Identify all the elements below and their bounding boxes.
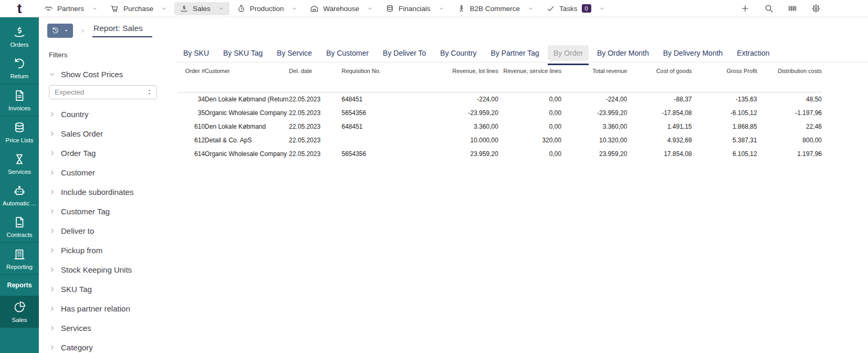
tab-by-customer[interactable]: By Customer — [320, 45, 374, 61]
pie-chart-icon — [13, 300, 26, 314]
search-icon[interactable] — [764, 4, 773, 13]
barcode-icon[interactable] — [788, 4, 797, 13]
col-order[interactable]: Order # — [177, 63, 205, 77]
table-row[interactable]: 614Organic Wholesale Company22.05.202356… — [177, 147, 822, 161]
table-row[interactable]: 35Organic Wholesale Company (Retu...22.0… — [177, 106, 822, 120]
col-requisition-no[interactable]: Requisition No. — [341, 63, 420, 77]
sidebar-item-label-sales: Sales — [12, 317, 27, 323]
table-row[interactable]: 610Den Lokale Købmand22.05.20236484513.3… — [177, 120, 822, 133]
cell-gross-profit: -6.105,12 — [692, 106, 757, 120]
filter-item-sales-order[interactable]: Sales Order — [49, 129, 168, 138]
sidebar-item-reporting[interactable]: Reporting — [0, 243, 39, 274]
sidebar-item-automatic[interactable]: Automatic ... — [0, 179, 39, 211]
filters-title: Filters — [49, 51, 168, 59]
table-spacer-cell — [177, 77, 822, 92]
cell-total-revenue: 10.320,00 — [561, 133, 627, 147]
filter-item-sku-tag[interactable]: SKU Tag — [49, 285, 168, 294]
cell-order: 35 — [177, 106, 205, 120]
page-title[interactable]: Report: Sales — [92, 24, 152, 37]
cell-distribution-costs: 1.197,96 — [757, 147, 822, 161]
filter-item-pickup-from[interactable]: Pickup from — [49, 246, 168, 255]
filter-item-label-sku-tag: SKU Tag — [61, 285, 92, 294]
filter-item-category[interactable]: Category — [49, 343, 168, 352]
nav-item-b2b-commerce[interactable]: B2B Commerce — [452, 2, 539, 15]
sidebar-item-label-orders: Orders — [10, 41, 28, 48]
filter-item-stock-keeping-units[interactable]: Stock Keeping Units — [49, 265, 168, 274]
cell-revenue-lot-lines: -224,00 — [421, 92, 498, 106]
tasks-count-badge: 0 — [582, 4, 591, 13]
col-distribution-costs[interactable]: Distribution costs — [757, 63, 822, 77]
filter-item-customer-tag[interactable]: Customer Tag — [49, 207, 168, 216]
nav-item-production[interactable]: Production — [232, 2, 303, 15]
table-row[interactable]: 612Detail & Co. ApS22.05.202310.000,0032… — [177, 133, 822, 147]
cart-icon — [110, 4, 119, 13]
tab-extraction[interactable]: Extraction — [731, 45, 775, 61]
cell-del-date: 22.05.2023 — [289, 106, 341, 120]
filter-item-include-subordinates[interactable]: Include subordinates — [49, 188, 168, 196]
tab-by-delivery-month[interactable]: By Delivery Month — [657, 45, 729, 61]
sidebar-item-price-lists[interactable]: Price Lists — [0, 116, 39, 148]
hand-dollar-icon — [13, 25, 26, 39]
building-icon — [13, 247, 26, 261]
coins-icon — [13, 121, 26, 134]
nav-item-label-purchase: Purchase — [123, 5, 153, 13]
filter-item-country[interactable]: Country — [49, 110, 168, 119]
settings-icon[interactable] — [811, 4, 821, 13]
cell-requisition-no: 5654356 — [341, 147, 420, 161]
nav-item-partners[interactable]: Partners — [39, 2, 103, 15]
filter-item-customer[interactable]: Customer — [49, 168, 168, 177]
filter-item-deliver-to[interactable]: Deliver to — [49, 226, 168, 235]
app-body: OrdersReturnInvoicesPrice ListsServicesA… — [0, 17, 868, 353]
sidebar-item-contracts[interactable]: Contracts — [0, 211, 39, 242]
history-icon — [51, 26, 60, 35]
cell-gross-profit: 6.105,12 — [692, 147, 757, 161]
tab-by-service[interactable]: By Service — [271, 45, 318, 61]
filter-section-show-cost-prices[interactable]: Show Cost Prices — [49, 70, 168, 79]
cell-revenue-service-lines: 0,00 — [498, 106, 561, 120]
cell-del-date: 22.05.2023 — [289, 120, 341, 133]
sidebar-item-return[interactable]: Return — [0, 52, 39, 84]
sidebar-item-orders[interactable]: Orders — [0, 20, 39, 52]
tab-by-order[interactable]: By Order — [548, 45, 589, 61]
robot-icon — [13, 184, 26, 198]
filters-panel: Filters Show Cost Prices Expected Countr… — [39, 44, 168, 353]
cell-revenue-lot-lines: 23.959,20 — [421, 147, 498, 161]
cell-revenue-service-lines: 0,00 — [498, 147, 561, 161]
tab-by-country[interactable]: By Country — [434, 45, 482, 61]
cell-revenue-lot-lines: -23.959,20 — [421, 106, 498, 120]
nav-item-tasks[interactable]: Tasks0 — [541, 2, 610, 15]
nav-item-label-production: Production — [250, 5, 284, 13]
filter-item-order-tag[interactable]: Order Tag — [49, 149, 168, 158]
plus-icon[interactable] — [740, 4, 750, 13]
nav-item-purchase[interactable]: Purchase — [105, 2, 172, 15]
tab-by-sku[interactable]: By SKU — [177, 45, 215, 61]
table-row[interactable]: 34Den Lokale Købmand (Return Order)22.05… — [177, 92, 822, 106]
app-logo[interactable]: t — [0, 1, 39, 16]
sidebar-item-services[interactable]: Services — [0, 148, 39, 179]
chevron-right-icon — [49, 247, 56, 254]
filter-list: CountrySales OrderOrder TagCustomerInclu… — [49, 110, 168, 352]
col-customer[interactable]: Customer — [205, 63, 289, 77]
tab-by-sku-tag[interactable]: By SKU Tag — [217, 45, 268, 61]
nav-item-warehouse[interactable]: Warehouse — [305, 2, 378, 15]
table-header-row: Order #CustomerDel. dateRequisition No.R… — [177, 63, 822, 77]
history-button[interactable] — [47, 24, 73, 38]
filter-item-has-partner-relation[interactable]: Has partner relation — [49, 304, 168, 313]
sidebar-item-invoices[interactable]: Invoices — [0, 84, 39, 116]
tab-by-deliver-to[interactable]: By Deliver To — [377, 45, 432, 61]
chevron-down-icon — [599, 6, 605, 12]
filter-item-services[interactable]: Services — [49, 324, 168, 333]
col-revenue-lot-lines[interactable]: Revenue, lot lines — [421, 63, 498, 77]
col-gross-profit[interactable]: Gross Profit — [692, 63, 757, 77]
nav-item-financials[interactable]: Financials — [380, 2, 449, 15]
check-icon — [546, 4, 555, 13]
cost-prices-select[interactable]: Expected — [49, 85, 157, 99]
nav-item-sales[interactable]: Sales — [174, 2, 229, 15]
tab-by-partner-tag[interactable]: By Partner Tag — [485, 45, 545, 61]
tab-by-order-month[interactable]: By Order Month — [591, 45, 655, 61]
col-cost-of-goods[interactable]: Cost of goods — [627, 63, 692, 77]
col-del-date[interactable]: Del. date — [289, 63, 341, 77]
chevron-right-icon — [80, 28, 86, 34]
sidebar-item-sales[interactable]: Sales — [0, 296, 39, 327]
filter-item-label-include-subordinates: Include subordinates — [61, 188, 133, 196]
